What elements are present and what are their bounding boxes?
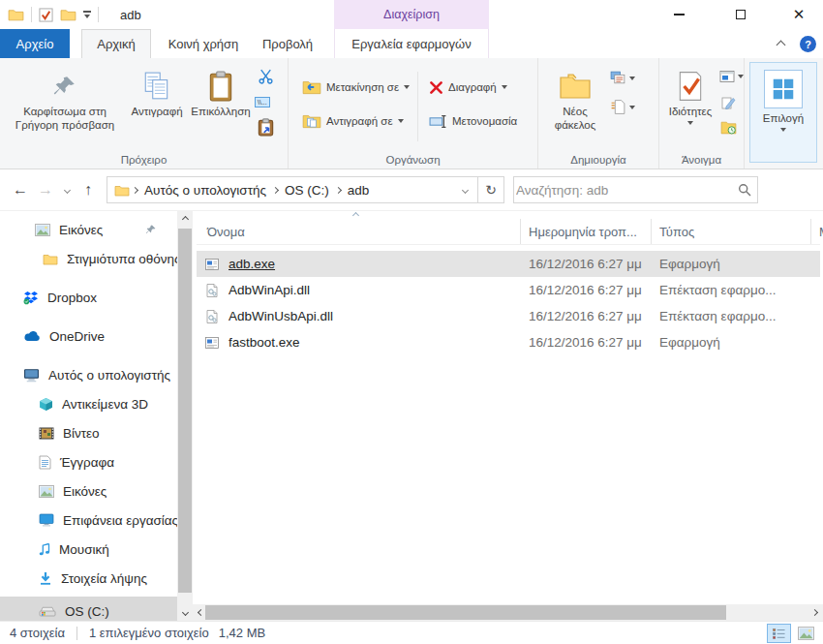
folder-icon <box>43 253 58 265</box>
scroll-up-icon[interactable] <box>177 211 193 228</box>
window-title: adb <box>120 0 141 29</box>
sidebar-item-dropbox[interactable]: Dropbox <box>0 283 177 312</box>
move-to-button[interactable]: Μετακίνηση σε <box>302 76 410 99</box>
qat-customize-button[interactable] <box>83 11 91 18</box>
group-organize: Μετακίνηση σε Αντιγραφή σε Διαγραφή <box>289 58 538 169</box>
breadcrumb-this-pc[interactable]: Αυτός ο υπολογιστής <box>140 183 270 198</box>
file-name: adb.exe <box>229 257 275 271</box>
sidebar-item-pictures-quickaccess[interactable]: Εικόνες <box>0 215 177 244</box>
rename-button[interactable]: Μετονομασία <box>429 109 517 133</box>
sidebar-item-label: Dropbox <box>47 291 97 305</box>
new-folder-icon <box>559 68 592 105</box>
recent-locations-icon[interactable] <box>58 176 76 203</box>
cut-button[interactable] <box>258 68 274 84</box>
copy-button[interactable]: Αντιγραφή <box>126 64 188 118</box>
qat-properties-icon[interactable] <box>39 8 53 22</box>
search-input[interactable] <box>516 183 738 198</box>
properties-button[interactable]: Ιδιότητες <box>663 64 717 125</box>
help-button[interactable]: ? <box>800 36 816 52</box>
sidebar-item-desktop[interactable]: Επιφάνεια εργασίας <box>0 506 177 535</box>
sidebar-item-this-pc[interactable]: Αυτός ο υπολογιστής <box>0 360 177 389</box>
tab-file[interactable]: Αρχείο <box>0 29 70 58</box>
close-button[interactable]: ✕ <box>777 0 821 29</box>
music-icon <box>39 542 50 556</box>
column-header-name[interactable]: Όνομα <box>197 219 521 244</box>
new-folder-button[interactable]: Νέος φάκελος <box>546 64 604 133</box>
copy-to-label: Αντιγραφή σε <box>326 115 393 127</box>
sidebar-item-onedrive[interactable]: OneDrive <box>0 322 177 351</box>
search-box[interactable] <box>513 176 758 203</box>
column-header-type[interactable]: Τύπος <box>652 219 811 244</box>
delete-label: Διαγραφή <box>448 81 497 93</box>
up-button[interactable]: ↑ <box>76 176 101 203</box>
column-header-size[interactable]: Μέγεθος <box>811 219 823 244</box>
back-button[interactable]: ← <box>8 176 33 203</box>
move-to-label: Μετακίνηση σε <box>326 81 399 93</box>
delete-icon <box>429 80 443 95</box>
file-row-adb-exe[interactable]: adb.exe 16/12/2016 6:27 μμ Εφαρμογή <box>197 251 820 277</box>
address-dropdown-icon[interactable] <box>456 188 473 193</box>
sidebar-item-label: Αντικείμενα 3D <box>62 397 148 412</box>
select-icon <box>764 70 803 108</box>
sidebar-item-videos[interactable]: Βίντεο <box>0 418 177 447</box>
breadcrumb[interactable]: Αυτός ο υπολογιστής OS (C:) adb <box>107 176 478 203</box>
scroll-right-icon[interactable] <box>807 604 823 621</box>
delete-button[interactable]: Διαγραφή <box>429 76 507 99</box>
qat-new-folder-icon[interactable] <box>60 8 76 21</box>
copy-path-button[interactable]: \\... <box>255 97 270 107</box>
scrollbar-thumb[interactable] <box>205 605 726 620</box>
file-row-adbwinusbapi-dll[interactable]: AdbWinUsbApi.dll 16/12/2016 6:27 μμ Επέκ… <box>197 303 820 329</box>
documents-icon <box>39 455 51 470</box>
collapse-ribbon-icon[interactable] <box>771 35 790 54</box>
select-button[interactable]: Επιλογή <box>749 62 817 163</box>
tab-home[interactable]: Αρχική <box>81 29 151 58</box>
scrollbar-thumb[interactable] <box>178 229 192 593</box>
new-item-button[interactable] <box>610 99 635 115</box>
header-divider <box>197 244 820 245</box>
sidebar-item-screenshots[interactable]: Στιγμιότυπα οθόνης <box>0 244 177 273</box>
sidebar-item-music[interactable]: Μουσική <box>0 535 177 564</box>
breadcrumb-current-folder[interactable]: adb <box>344 183 374 198</box>
history-button[interactable] <box>720 120 737 135</box>
paste-shortcut-button[interactable] <box>257 118 275 137</box>
tab-view[interactable]: Προβολή <box>254 29 321 58</box>
details-view-button[interactable] <box>767 624 791 643</box>
forward-button[interactable]: → <box>33 176 58 203</box>
copy-to-icon <box>302 113 321 129</box>
minimize-button[interactable] <box>656 0 701 29</box>
edit-button[interactable] <box>720 95 736 110</box>
file-row-adbwinapi-dll[interactable]: AdbWinApi.dll 16/12/2016 6:27 μμ Επέκτασ… <box>197 277 820 303</box>
select-caret-icon <box>780 128 786 132</box>
sidebar-item-documents[interactable]: Έγγραφα <box>0 447 177 476</box>
copy-to-button[interactable]: Αντιγραφή σε <box>302 109 404 133</box>
tab-app-tools[interactable]: Εργαλεία εφαρμογών <box>334 29 489 58</box>
file-row-fastboot-exe[interactable]: fastboot.exe 16/12/2016 6:27 μμ Εφαρμογή <box>197 329 820 355</box>
thumbnails-view-button[interactable] <box>794 624 818 643</box>
search-icon[interactable] <box>738 183 751 197</box>
easy-access-button[interactable] <box>610 70 635 86</box>
sidebar-scrollbar[interactable] <box>177 211 193 621</box>
breadcrumb-separator-icon <box>272 186 279 193</box>
paste-button[interactable]: Επικόλληση <box>188 64 254 118</box>
sidebar-item-label: Εικόνες <box>59 223 103 237</box>
maximize-button[interactable] <box>718 0 763 29</box>
column-header-date-modified[interactable]: Ημερομηνία τροπ... <box>521 219 652 244</box>
tab-share[interactable]: Κοινή χρήση <box>157 29 250 58</box>
file-type: Επέκταση εφαρμο... <box>652 309 811 323</box>
refresh-button[interactable]: ↻ <box>478 176 504 203</box>
move-to-icon <box>302 79 321 95</box>
pin-icon <box>52 68 77 105</box>
file-list-horizontal-scrollbar[interactable] <box>193 604 823 621</box>
open-button[interactable] <box>719 70 744 83</box>
open-caret-icon <box>738 75 744 78</box>
pin-to-quick-access-button[interactable]: Καρφίτσωμα στη Γρήγορη πρόσβαση <box>6 64 124 133</box>
file-name: AdbWinUsbApi.dll <box>229 309 333 323</box>
sort-ascending-icon <box>352 212 359 219</box>
scroll-down-icon[interactable] <box>177 604 193 621</box>
breadcrumb-drive[interactable]: OS (C:) <box>281 183 333 198</box>
sidebar-item-downloads[interactable]: Στοιχεία λήψης <box>0 564 177 593</box>
sidebar-item-pictures[interactable]: Εικόνες <box>0 476 177 506</box>
sidebar-item-3d-objects[interactable]: Αντικείμενα 3D <box>0 389 177 418</box>
group-clipboard: Καρφίτσωμα στη Γρήγορη πρόσβαση Αντιγραφ… <box>0 58 289 169</box>
select-label: Επιλογή <box>763 112 804 124</box>
